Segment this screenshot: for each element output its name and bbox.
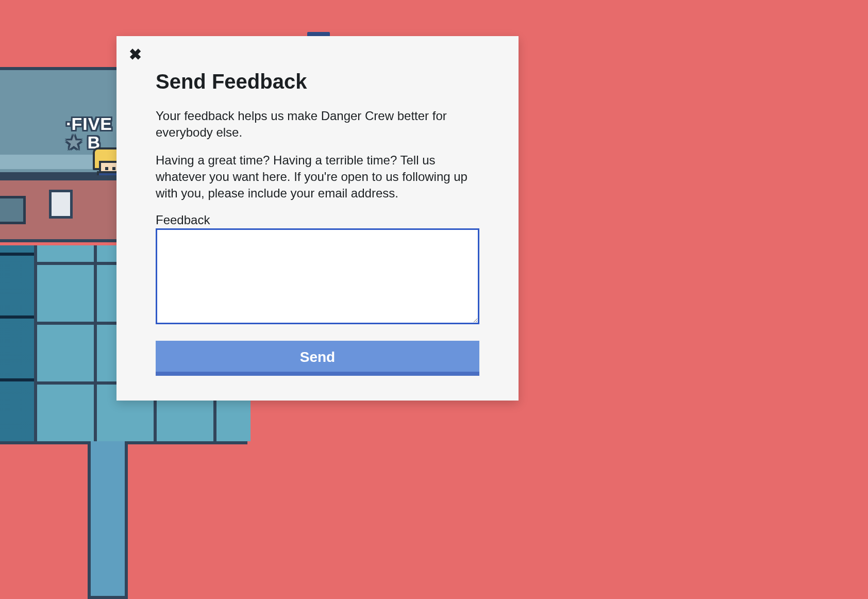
bg-note-prop — [49, 190, 73, 219]
bg-hallway — [88, 441, 128, 599]
bg-tv-prop — [0, 196, 26, 224]
feedback-label: Feedback — [156, 213, 479, 227]
feedback-textarea[interactable] — [156, 228, 479, 324]
modal-intro-1: Your feedback helps us make Danger Crew … — [156, 108, 479, 141]
close-icon[interactable]: ✖ — [129, 48, 143, 63]
modal-intro-2: Having a great time? Having a terrible t… — [156, 152, 479, 202]
feedback-modal: ✖ Send Feedback Your feedback helps us m… — [116, 36, 519, 401]
star-icon: ★ — [66, 132, 87, 152]
bg-sign-text: ·FIVE ★ B — [66, 114, 112, 152]
modal-title: Send Feedback — [156, 70, 479, 93]
modal-content: Send Feedback Your feedback helps us mak… — [129, 63, 506, 376]
send-button[interactable]: Send — [156, 341, 479, 376]
